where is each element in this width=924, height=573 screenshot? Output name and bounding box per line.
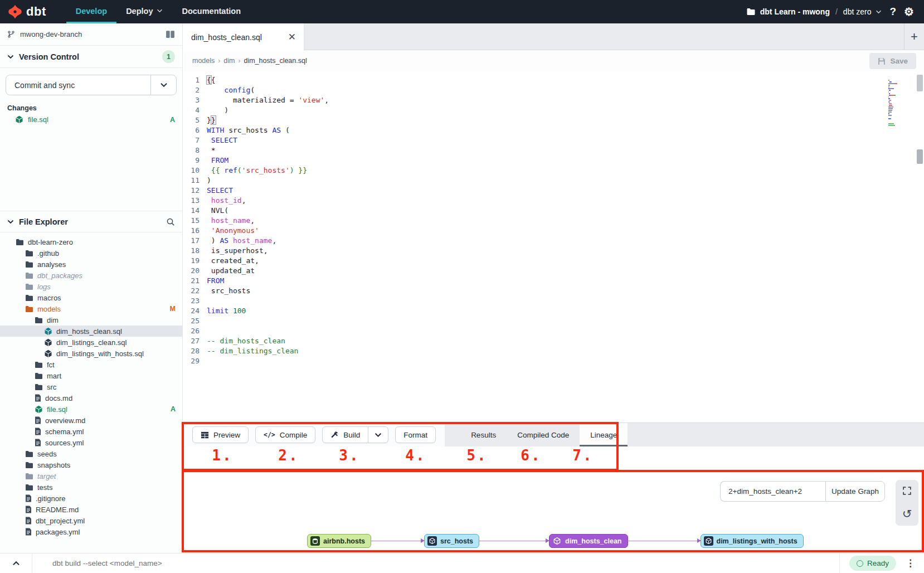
file-explorer-header[interactable]: File Explorer bbox=[0, 211, 182, 232]
folder-icon bbox=[25, 294, 33, 302]
lineage-node-src-hosts[interactable]: src_hosts bbox=[424, 534, 479, 548]
nav-item-documentation[interactable]: Documentation bbox=[172, 0, 250, 23]
minimap[interactable] bbox=[888, 76, 913, 124]
file-tree-item-sources-yml[interactable]: sources.yml bbox=[0, 437, 182, 448]
save-button[interactable]: Save bbox=[869, 53, 916, 69]
project-switcher[interactable]: dbt Learn - mwong / dbt zero bbox=[746, 7, 882, 16]
file-tree-item-schema-yml[interactable]: schema.yml bbox=[0, 426, 182, 437]
file-tree-item-dim-listings-clean-sql[interactable]: dim_listings_clean.sql bbox=[0, 337, 182, 348]
breadcrumb-models[interactable]: models bbox=[192, 57, 215, 65]
lineage-node-source[interactable]: airbnb.hosts bbox=[307, 534, 371, 548]
format-button[interactable]: Format bbox=[395, 426, 436, 443]
file-tree-item-docs-md[interactable]: docs.md bbox=[0, 392, 182, 404]
gear-icon[interactable]: ⚙ bbox=[904, 5, 914, 18]
file-tree-item-macros[interactable]: macros bbox=[0, 292, 182, 303]
file-tree-item-models[interactable]: modelsM bbox=[0, 303, 182, 314]
line-number: 28 bbox=[183, 346, 207, 356]
file-tree-item-mart[interactable]: mart bbox=[0, 370, 182, 381]
file-tree-item-readme-md[interactable]: README.md bbox=[0, 504, 182, 515]
lineage-edge bbox=[371, 541, 424, 541]
file-tree-item-dbt-learn-zero[interactable]: dbt-learn-zero bbox=[0, 236, 182, 247]
lineage-selector-input[interactable] bbox=[720, 481, 825, 502]
command-input[interactable] bbox=[52, 559, 387, 567]
file-tree-item-packages-yml[interactable]: packages.yml bbox=[0, 526, 182, 537]
divider bbox=[839, 553, 840, 573]
model-cube-icon bbox=[552, 536, 562, 546]
version-control-header[interactable]: Version Control 1 bbox=[0, 46, 182, 68]
commit-options-button[interactable] bbox=[150, 75, 176, 95]
file-tree-item-snapshots[interactable]: snapshots bbox=[0, 459, 182, 470]
code-text: FROM bbox=[207, 276, 224, 286]
tab-title: dim_hosts_clean.sql bbox=[191, 33, 283, 42]
code-line: 16 'Anonymous' bbox=[183, 226, 924, 236]
brand-name: dbt bbox=[26, 4, 46, 19]
commit-and-sync-button[interactable]: Commit and sync bbox=[6, 75, 177, 95]
tab-dim-hosts-clean[interactable]: dim_hosts_clean.sql ✕ bbox=[183, 23, 304, 51]
dbt-logo[interactable]: dbt bbox=[0, 0, 52, 23]
line-number: 19 bbox=[183, 256, 207, 266]
compile-button[interactable]: </> Compile bbox=[255, 426, 315, 443]
file-tree-item-analyses[interactable]: analyses bbox=[0, 259, 182, 270]
fullscreen-icon[interactable] bbox=[902, 486, 912, 496]
line-number: 9 bbox=[183, 156, 207, 166]
breadcrumb-dim[interactable]: dim bbox=[223, 57, 235, 65]
changed-file-row[interactable]: file.sql A bbox=[0, 114, 182, 125]
preview-button[interactable]: Preview bbox=[192, 426, 249, 443]
scrollbar-thumb[interactable] bbox=[917, 75, 923, 91]
code-line: 24limit 100 bbox=[183, 306, 924, 316]
file-tree-item-dbt-project-yml[interactable]: dbt_project.yml bbox=[0, 515, 182, 526]
folder-icon bbox=[25, 450, 33, 458]
tab-compiled-code[interactable]: Compiled Code bbox=[507, 423, 580, 446]
file-tree-item-seeds[interactable]: seeds bbox=[0, 448, 182, 459]
kebab-menu-icon[interactable]: ⋮ bbox=[906, 557, 915, 569]
expand-console-button[interactable] bbox=[0, 553, 32, 573]
code-editor[interactable]: 1{{2 config(3 materialized = 'view',4 )5… bbox=[183, 71, 924, 423]
code-line: 13 host_id, bbox=[183, 196, 924, 206]
file-tree-item-tests[interactable]: tests bbox=[0, 482, 182, 493]
lineage-node-dim-hosts-clean[interactable]: dim_hosts_clean bbox=[549, 534, 628, 548]
update-graph-button[interactable]: Update Graph bbox=[825, 481, 885, 502]
file-tree-item-target[interactable]: target bbox=[0, 470, 182, 482]
build-options-button[interactable] bbox=[368, 427, 388, 443]
folder-icon bbox=[25, 484, 33, 491]
code-line: 18 is_superhost, bbox=[183, 246, 924, 256]
tab-lineage[interactable]: Lineage bbox=[580, 423, 628, 446]
reader-view-icon[interactable] bbox=[166, 30, 175, 38]
file-tree-item--gitignore[interactable]: .gitignore bbox=[0, 493, 182, 504]
reset-view-icon[interactable]: ↺ bbox=[902, 508, 912, 519]
file-tree-item-logs[interactable]: logs bbox=[0, 281, 182, 292]
lineage-node-dim-listings-with-hosts[interactable]: dim_listings_with_hosts bbox=[701, 534, 804, 548]
folder-icon bbox=[35, 372, 43, 380]
file-tree-item-dim-hosts-clean-sql[interactable]: dim_hosts_clean.sql bbox=[0, 326, 182, 337]
commit-button-label[interactable]: Commit and sync bbox=[6, 75, 150, 95]
file-tree-item-file-sql[interactable]: file.sqlA bbox=[0, 404, 182, 415]
file-tree-item-dim-listings-with-hosts-sql[interactable]: dim_listings_with_hosts.sql bbox=[0, 348, 182, 359]
line-number: 4 bbox=[183, 105, 207, 115]
code-text: }} bbox=[207, 115, 216, 125]
breadcrumb-file[interactable]: dim_hosts_clean.sql bbox=[244, 57, 307, 65]
file-tree-item--github[interactable]: .github bbox=[0, 247, 182, 259]
search-icon[interactable] bbox=[166, 217, 175, 226]
code-line: 10 {{ ref('src_hosts') }} bbox=[183, 166, 924, 176]
file-tree-item-dim[interactable]: dim bbox=[0, 314, 182, 326]
file-tree-item-overview-md[interactable]: overview.md bbox=[0, 415, 182, 426]
close-icon[interactable]: ✕ bbox=[288, 32, 296, 42]
file-tree-label: target bbox=[37, 472, 56, 480]
new-tab-button[interactable]: + bbox=[904, 23, 924, 50]
code-line: 8 * bbox=[183, 145, 924, 156]
help-icon[interactable]: ? bbox=[889, 6, 896, 18]
build-button[interactable]: Build bbox=[323, 427, 368, 443]
file-tree-item-src[interactable]: src bbox=[0, 381, 182, 392]
scrollbar-thumb[interactable] bbox=[917, 149, 923, 164]
nav-item-deploy[interactable]: Deploy bbox=[116, 0, 172, 23]
tab-results[interactable]: Results bbox=[460, 423, 507, 446]
file-tree-label: logs bbox=[37, 283, 51, 291]
document-icon bbox=[35, 416, 41, 424]
line-number: 26 bbox=[183, 326, 207, 336]
nav-item-develop[interactable]: Develop bbox=[66, 0, 116, 23]
file-tree-item-fct[interactable]: fct bbox=[0, 359, 182, 370]
line-number: 20 bbox=[183, 266, 207, 276]
file-tree-item-dbt-packages[interactable]: dbt_packages bbox=[0, 270, 182, 281]
folder-icon bbox=[35, 383, 43, 391]
line-number: 1 bbox=[183, 75, 207, 85]
